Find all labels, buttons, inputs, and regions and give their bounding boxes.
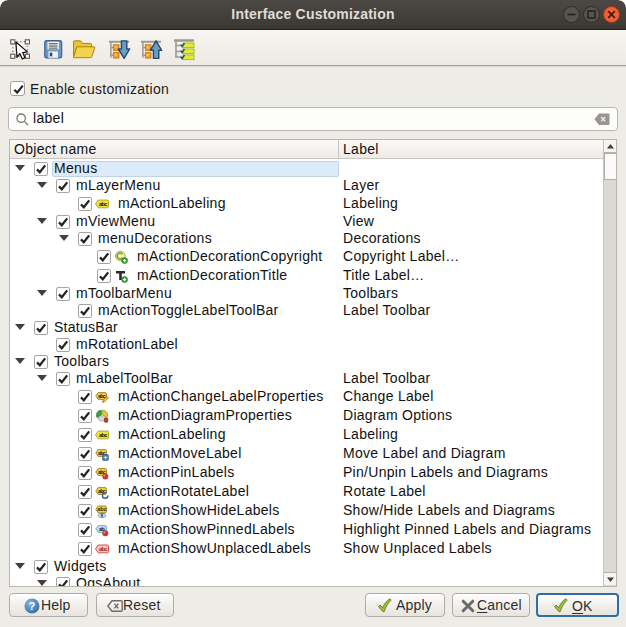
svg-text:?: ?	[29, 600, 36, 612]
